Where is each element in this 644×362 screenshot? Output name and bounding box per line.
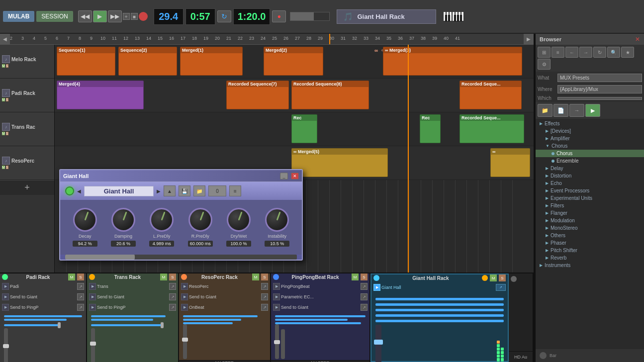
add-track-button[interactable]: +: [0, 180, 54, 195]
trans-rack-solo[interactable]: S: [169, 273, 176, 280]
browser-btn-list[interactable]: ≡: [552, 47, 564, 58]
track-mute-0[interactable]: M: [2, 64, 5, 68]
padi-rack-solo[interactable]: S: [77, 273, 84, 280]
pingpong-fader-1[interactable]: [275, 319, 348, 321]
gh-fader-1[interactable]: [375, 303, 504, 306]
filter-where-value[interactable]: {AppLibrary}/Mux: [557, 85, 642, 93]
tree-effects[interactable]: ▶ Effects: [536, 120, 644, 127]
track-solo-3[interactable]: S: [6, 166, 8, 169]
padi-ch-ctrl-1[interactable]: ↗: [77, 293, 84, 300]
resoperc-ch-ctrl-2[interactable]: ↗: [261, 304, 268, 311]
track-mute-3[interactable]: M: [2, 166, 5, 169]
filter-what-value[interactable]: MUX Presets: [557, 74, 642, 82]
session-button[interactable]: SESSION: [36, 11, 73, 22]
pingpong-ch-ctrl-0[interactable]: ↗: [361, 283, 368, 290]
rewind-button[interactable]: ◀◀: [78, 10, 92, 22]
plugin-preset-num[interactable]: 0: [208, 185, 226, 196]
track-solo-0[interactable]: S: [6, 64, 8, 68]
padi-rack-mute[interactable]: M: [68, 273, 75, 280]
tree-monostereo[interactable]: ▶ MonoStereo: [536, 224, 644, 232]
browser-btn-search[interactable]: 🔍: [607, 47, 620, 58]
resoperc-ch-btn-0[interactable]: ▶: [181, 283, 188, 290]
trans-rack-mute[interactable]: M: [160, 273, 167, 280]
resoperc-ch-ctrl-0[interactable]: ↗: [261, 283, 268, 290]
padi-master-fader[interactable]: [4, 328, 8, 362]
trans-fader-1[interactable]: [91, 319, 153, 321]
track-mute-1[interactable]: M: [2, 98, 5, 101]
padi-fader-1[interactable]: [4, 319, 67, 321]
trans-master-fader[interactable]: [91, 328, 95, 362]
resoperc-rack-mute[interactable]: M: [252, 273, 259, 280]
plugin-folder-button[interactable]: 📁: [193, 185, 205, 196]
tree-filters[interactable]: ▶ Filters: [536, 202, 644, 209]
tree-modulation[interactable]: ▶ Modulation: [536, 217, 644, 224]
trans-fader-2[interactable]: [91, 324, 162, 326]
plugin-minimize-button[interactable]: _: [280, 173, 288, 180]
tree-pitch-shifter[interactable]: ▶ Pitch Shifter: [536, 247, 644, 254]
tree-chorus-item[interactable]: Chorus: [536, 150, 644, 157]
metronome-button[interactable]: ●: [272, 10, 286, 22]
plugin-led[interactable]: [65, 186, 74, 195]
tree-phaser[interactable]: ▶ Phaser: [536, 239, 644, 247]
tempo-slider[interactable]: [290, 12, 330, 21]
padi-fader-handle[interactable]: [58, 322, 61, 328]
tree-delay[interactable]: ▶ Delay: [536, 165, 644, 172]
trans-ch-ctrl-0[interactable]: ↗: [169, 283, 176, 290]
tree-amplifier[interactable]: ▶ Amplifier: [536, 135, 644, 142]
tree-experimental[interactable]: ▶ Experimental Units: [536, 194, 644, 202]
browser-btn-star[interactable]: ★: [621, 47, 634, 58]
trans-ch-ctrl-2[interactable]: ↗: [169, 304, 176, 311]
padi-fader-0[interactable]: [4, 315, 82, 317]
plugin-save-button[interactable]: 💾: [179, 185, 190, 196]
pingpong-fader-0[interactable]: [275, 315, 366, 317]
trans-ch-btn-2[interactable]: ▶: [89, 304, 96, 311]
timeline-scroll-right[interactable]: ▶: [524, 34, 534, 45]
clip-recseq-trans[interactable]: Recorded Seque...: [460, 114, 524, 143]
filter-which-value[interactable]: [557, 97, 642, 100]
plugin-next-button[interactable]: ▶: [157, 188, 161, 194]
knob-damping-control[interactable]: [111, 208, 135, 232]
clip-merged4[interactable]: Merged(4): [57, 81, 144, 109]
knob-lpredely-control[interactable]: [150, 208, 174, 232]
clip-recseq8[interactable]: Recorded Sequence(8): [291, 81, 369, 109]
trans-fader-0[interactable]: [91, 315, 166, 317]
browser-close-button[interactable]: ✕: [635, 36, 640, 43]
padi-ch-ctrl-2[interactable]: ↗: [77, 304, 84, 311]
giant-hall-solo[interactable]: S: [499, 274, 506, 281]
tree-reverb[interactable]: ▶ Reverb: [536, 254, 644, 262]
plugin-menu-button[interactable]: ≡: [229, 185, 241, 196]
clip-merged5[interactable]: ∞ Merged(5): [291, 148, 388, 177]
knob-drywet-control[interactable]: [227, 208, 251, 232]
clip-merged5b[interactable]: ∞: [490, 148, 530, 177]
knob-instability-control[interactable]: [265, 208, 289, 232]
trans-fader-handle[interactable]: [161, 322, 164, 328]
plugin-scrollbar-thumb[interactable]: [65, 255, 135, 260]
resoperc-master-fader[interactable]: [183, 324, 187, 359]
knob-decay-control[interactable]: [73, 208, 97, 232]
trans-ch-btn-1[interactable]: ▶: [89, 293, 96, 300]
giant-hall-mute[interactable]: M: [490, 274, 497, 281]
plugin-up-button[interactable]: ▲: [164, 185, 176, 196]
resoperc-ch-ctrl-1[interactable]: ↗: [261, 293, 268, 300]
tree-distortion[interactable]: ▶ Distortion: [536, 172, 644, 180]
clip-rec2[interactable]: Rec: [420, 114, 441, 143]
gh-fader-3[interactable]: [375, 314, 504, 317]
pingpong-ch-btn-1[interactable]: ▶: [273, 293, 280, 300]
clip-seq1[interactable]: Sequence(1): [57, 47, 115, 76]
pingpong-rack-mute[interactable]: M: [352, 273, 359, 280]
browser-file-button[interactable]: 📄: [553, 104, 568, 117]
padi-ch-btn-0[interactable]: ▶: [2, 283, 9, 290]
plugin-scrollbar[interactable]: [65, 255, 297, 260]
plugin-close-button[interactable]: ✕: [291, 173, 299, 180]
gh-fader-0[interactable]: [375, 298, 504, 300]
browser-btn-refresh[interactable]: ↻: [593, 47, 606, 58]
trans-ch-btn-0[interactable]: ▶: [89, 283, 96, 290]
track-solo-2[interactable]: S: [6, 132, 8, 135]
clip-recseq9[interactable]: Recorded Seque...: [460, 81, 522, 109]
bpm-display[interactable]: 29.4: [154, 8, 184, 25]
giant-hall-ch-ctrl-0[interactable]: ↗: [496, 284, 506, 291]
loop-button[interactable]: ↻: [217, 10, 231, 22]
tree-ensemble-item[interactable]: Ensemble: [536, 157, 644, 165]
track-solo-1[interactable]: S: [6, 98, 8, 101]
resoperc-ch-btn-2[interactable]: ▶: [181, 304, 188, 311]
